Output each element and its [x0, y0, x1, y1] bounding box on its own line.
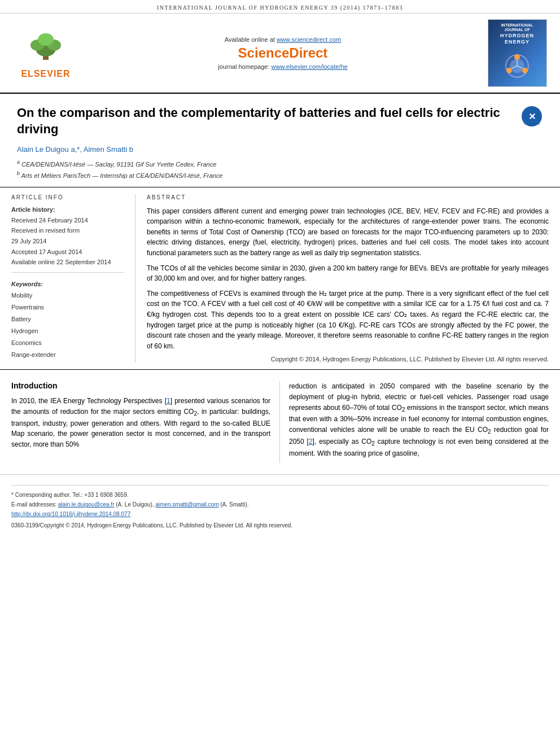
page-footer: * Corresponding author. Tel.: +33 1 6908…	[0, 474, 560, 534]
doi-note: http://dx.doi.org/10.1016/j.ijhydene.201…	[11, 509, 549, 519]
history-heading: Article history:	[11, 206, 124, 213]
intro-text-left: In 2010, the IEA Energy Technology Persp…	[11, 396, 270, 449]
keyword-powertrains: Powertrains	[11, 302, 124, 313]
sciencedirect-logo: ScienceDirect	[238, 45, 328, 61]
svg-rect-5	[43, 56, 48, 60]
abstract-para-3: The competitiveness of FCEVs is examined…	[147, 289, 549, 352]
footer-copyright: 0360-3199/Copyright © 2014, Hydrogen Ene…	[11, 522, 549, 528]
corresponding-note: * Corresponding author. Tel.: +33 1 6908…	[11, 490, 549, 500]
keywords-list: Mobility Powertrains Battery Hydrogen Ec…	[11, 290, 124, 360]
svg-text:CrossMark: CrossMark	[523, 122, 540, 125]
body-right-col: reduction is anticipated in 2050 compare…	[280, 381, 549, 463]
svg-point-9	[522, 68, 528, 73]
svg-point-8	[514, 54, 520, 60]
article-info-col: Article Info Article history: Received 2…	[11, 194, 135, 363]
homepage-link[interactable]: www.elsevier.com/locate/he	[272, 63, 348, 70]
received2: Received in revised form	[11, 225, 124, 236]
sd-link[interactable]: www.sciencedirect.com	[277, 36, 341, 43]
elsevier-name: ELSEVIER	[21, 69, 70, 79]
keyword-battery: Battery	[11, 313, 124, 325]
accepted: Accepted 17 August 2014	[11, 247, 124, 257]
affiliations: a CEA/DEN/DANS/I-tésé — Saclay, 91191 Gi…	[17, 158, 543, 181]
cover-title: International Journal ofHYDROGENENERGY	[492, 23, 543, 45]
intro-text-right: reduction is anticipated in 2050 compare…	[289, 381, 549, 458]
article-title: On the comparison and the complementarit…	[17, 105, 543, 137]
intro-para-left: In 2010, the IEA Energy Technology Persp…	[11, 396, 270, 449]
journal-header-text: International Journal of Hydrogen Energy…	[157, 5, 403, 11]
info-abstract-section: Article Info Article history: Received 2…	[0, 187, 560, 370]
svg-point-10	[506, 68, 512, 73]
ref-2[interactable]: 2	[309, 438, 313, 445]
abstract-copyright: Copyright © 2014, Hydrogen Energy Public…	[147, 356, 549, 362]
received2b: 29 July 2014	[11, 236, 124, 247]
available-text: Available online at www.sciencedirect.co…	[225, 36, 341, 43]
journal-cover-container: International Journal ofHYDROGENENERGY	[483, 19, 551, 87]
article-title-section: ✕ CrossMark On the comparison and the co…	[0, 94, 560, 187]
received1: Received 24 February 2014	[11, 215, 124, 226]
authors: Alain Le Duigou a,*, Aimen Smatti b	[17, 145, 543, 154]
footer-notes: * Corresponding author. Tel.: +33 1 6908…	[11, 490, 549, 519]
keywords-heading: Keywords:	[11, 281, 124, 287]
banner-center: Available online at www.sciencedirect.co…	[88, 19, 478, 87]
doi-link[interactable]: http://dx.doi.org/10.1016/j.ijhydene.201…	[11, 511, 130, 517]
abstract-para-1: This paper considers different current a…	[147, 206, 549, 259]
keyword-mobility: Mobility	[11, 290, 124, 302]
crossmark-icon: ✕ CrossMark	[520, 105, 543, 128]
abstract-col: Abstract This paper considers different …	[135, 194, 549, 363]
journal-homepage: journal homepage: www.elsevier.com/locat…	[218, 63, 347, 70]
elsevier-logo-container: ELSEVIER	[9, 19, 82, 87]
keyword-hydrogen: Hydrogen	[11, 325, 124, 337]
journal-cover: International Journal ofHYDROGENENERGY	[488, 19, 547, 87]
elsevier-tree-icon	[23, 33, 68, 61]
journal-header: International Journal of Hydrogen Energy…	[0, 0, 560, 14]
body-section: Introduction In 2010, the IEA Energy Tec…	[0, 370, 560, 469]
article-info-label: Article Info	[11, 194, 124, 200]
article-history: Article history: Received 24 February 20…	[11, 206, 124, 268]
abstract-text: This paper considers different current a…	[147, 206, 549, 352]
available-online: Available online 22 September 2014	[11, 257, 124, 268]
elsevier-logo	[18, 27, 74, 67]
email-note: E-mail addresses: alain.le.duigou@cea.fr…	[11, 500, 549, 509]
intro-heading: Introduction	[11, 381, 270, 390]
keyword-range-extender: Range-extender	[11, 349, 124, 361]
banner: ELSEVIER Available online at www.science…	[0, 14, 560, 94]
svg-point-4	[38, 33, 54, 46]
abstract-para-2: The TCOs of all the vehicles become simi…	[147, 263, 549, 284]
cover-graphic	[500, 49, 534, 83]
body-left-col: Introduction In 2010, the IEA Energy Tec…	[11, 381, 280, 463]
keywords-section: Keywords: Mobility Powertrains Battery H…	[11, 281, 124, 360]
intro-para-right: reduction is anticipated in 2050 compare…	[289, 381, 549, 458]
svg-text:✕: ✕	[528, 112, 536, 121]
keyword-economics: Economics	[11, 337, 124, 349]
ref-1[interactable]: 1	[167, 397, 170, 405]
abstract-label: Abstract	[147, 194, 549, 200]
email2-link[interactable]: aimen.smatti@gmail.com	[155, 501, 218, 508]
email1-link[interactable]: alain.le.duigou@cea.fr	[58, 501, 115, 508]
